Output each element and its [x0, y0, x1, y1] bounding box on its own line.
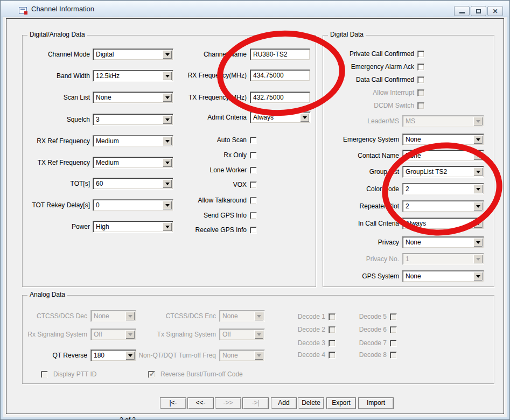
- chevron-down-icon[interactable]: [473, 151, 483, 160]
- lone-worker-row: Lone Worker: [186, 166, 257, 174]
- decode-5-row: Decode 5: [347, 312, 397, 321]
- vox-checkbox[interactable]: [250, 181, 257, 188]
- qt-reverse-label: QT Reverse: [24, 352, 87, 359]
- chevron-down-icon[interactable]: [163, 93, 172, 102]
- maximize-button[interactable]: [471, 6, 486, 16]
- decode-6-row: Decode 6: [347, 325, 397, 334]
- decode-6-checkbox: [390, 326, 397, 333]
- rx-only-label: Rx Only: [186, 151, 247, 159]
- tx-ref-frequency-field: TX Ref FrequencyMedium: [24, 157, 173, 169]
- chevron-down-icon[interactable]: [473, 185, 483, 193]
- reverse-burst-label: Reverse Burst/Turn-off Code: [160, 370, 243, 378]
- group-title: Analog Data: [27, 291, 67, 298]
- lone-worker-label: Lone Worker: [186, 166, 247, 174]
- scan-list-combo[interactable]: None: [93, 92, 173, 103]
- chevron-down-icon[interactable]: [473, 272, 483, 281]
- privacy-combo[interactable]: None: [402, 236, 484, 248]
- dcdm-switch-label: DCDM Switch: [324, 102, 414, 109]
- chevron-down-icon[interactable]: [473, 167, 483, 176]
- admit-criteria-combo[interactable]: Always: [250, 111, 311, 123]
- data-call-confirmed-row: Data Call Confirmed: [324, 75, 424, 84]
- send-gps-info-checkbox[interactable]: [250, 212, 257, 219]
- private-call-confirmed-checkbox[interactable]: [417, 51, 424, 58]
- squelch-combo[interactable]: 3: [93, 114, 173, 125]
- close-button[interactable]: ✕: [487, 6, 503, 16]
- emergency-alarm-ack-checkbox[interactable]: [417, 64, 424, 71]
- decode-4-checkbox: [329, 352, 336, 359]
- delete-button[interactable]: Delete: [298, 397, 324, 409]
- decode-5-checkbox: [390, 313, 397, 320]
- auto-scan-checkbox[interactable]: [250, 137, 257, 144]
- color-code-combo[interactable]: 2: [402, 183, 484, 195]
- contact-name-combo[interactable]: None: [402, 150, 484, 162]
- add-button[interactable]: Add: [271, 397, 297, 409]
- chevron-down-icon: [254, 351, 263, 360]
- minimize-button[interactable]: [454, 6, 470, 16]
- allow-interrupt-label: Allow Interrupt: [324, 89, 414, 96]
- chevron-down-icon[interactable]: [473, 219, 483, 228]
- data-call-confirmed-checkbox[interactable]: [417, 76, 424, 83]
- ctcss-dcs-dec-label: CTCSS/DCS Dec: [24, 312, 87, 320]
- gps-system-combo[interactable]: None: [402, 270, 484, 282]
- rx-only-checkbox[interactable]: [250, 152, 257, 159]
- title-bar: Channel Information ✕: [1, 1, 509, 17]
- chevron-down-icon[interactable]: [300, 113, 309, 122]
- power-combo[interactable]: High: [93, 221, 173, 233]
- tot-rekey-delay-combo[interactable]: 0: [93, 199, 173, 211]
- contact-name-label: Contact Name: [323, 152, 399, 159]
- privacy-no-label: Privacy No.: [323, 255, 399, 263]
- channel-mode-combo[interactable]: Digital: [93, 48, 173, 60]
- chevron-down-icon[interactable]: [163, 179, 172, 188]
- band-width-field: Band Width12.5kHz: [24, 70, 173, 82]
- chevron-down-icon[interactable]: [473, 202, 483, 211]
- lone-worker-checkbox[interactable]: [250, 167, 257, 174]
- close-icon: ✕: [492, 8, 498, 15]
- display-ptt-id-label: Display PTT ID: [53, 370, 96, 378]
- qt-reverse-combo[interactable]: 180: [90, 349, 136, 361]
- allow-interrupt-row: Allow Interrupt: [324, 88, 424, 97]
- decode-3-checkbox: [329, 340, 336, 347]
- rx-frequency-label: RX Frequency(MHz): [186, 72, 247, 79]
- band-width-combo[interactable]: 12.5kHz: [93, 70, 173, 82]
- in-call-criteria-combo[interactable]: Always: [402, 218, 484, 229]
- tot-combo[interactable]: 60: [93, 178, 173, 190]
- chevron-down-icon[interactable]: [163, 115, 172, 124]
- repeater-slot-combo[interactable]: 2: [402, 200, 484, 212]
- import-button[interactable]: Import: [358, 397, 394, 409]
- rx-frequency-input[interactable]: 434.75000: [250, 69, 310, 81]
- chevron-down-icon[interactable]: [163, 137, 172, 145]
- private-call-confirmed-row: Private Call Confirmed: [324, 50, 424, 58]
- privacy-no-field: Privacy No.1: [323, 253, 484, 265]
- group-list-combo[interactable]: GroupList TS2: [402, 166, 484, 178]
- maximize-icon: [476, 9, 481, 13]
- rx-ref-frequency-combo[interactable]: Medium: [93, 135, 173, 147]
- chevron-down-icon: [125, 312, 135, 320]
- allow-talkaround-label: Allow Talkaround: [186, 197, 247, 204]
- chevron-down-icon[interactable]: [163, 50, 172, 59]
- channel-name-input[interactable]: RU380-TS2: [250, 48, 310, 60]
- tx-signaling-system-label: Tx Signaling System: [136, 331, 216, 338]
- chevron-down-icon[interactable]: [163, 158, 172, 167]
- chevron-down-icon[interactable]: [163, 222, 172, 231]
- chevron-down-icon[interactable]: [163, 201, 172, 209]
- vox-label: VOX: [186, 181, 247, 188]
- receive-gps-info-label: Receive GPS Info: [186, 226, 247, 234]
- tx-frequency-input[interactable]: 432.75000: [250, 92, 310, 103]
- tx-frequency-field: TX Frequency(MHz)432.75000: [186, 92, 310, 103]
- chevron-down-icon[interactable]: [163, 72, 172, 80]
- private-call-confirmed-label: Private Call Confirmed: [324, 50, 414, 58]
- window-title: Channel Information: [31, 5, 94, 13]
- previous-record-button[interactable]: <<-: [187, 397, 214, 409]
- tx-ref-frequency-combo[interactable]: Medium: [93, 157, 173, 169]
- first-record-button[interactable]: |<-: [160, 397, 186, 409]
- chevron-down-icon[interactable]: [473, 238, 483, 247]
- receive-gps-info-checkbox[interactable]: [250, 227, 257, 234]
- allow-talkaround-checkbox[interactable]: [250, 197, 257, 204]
- export-button[interactable]: Export: [326, 397, 356, 409]
- emergency-system-combo[interactable]: None: [402, 134, 484, 145]
- chevron-down-icon[interactable]: [125, 351, 135, 360]
- next-record-button: ->>: [215, 397, 241, 409]
- ctcss-dcs-dec-combo: None: [90, 310, 136, 322]
- display-ptt-id-row: Display PTT ID: [41, 370, 96, 379]
- chevron-down-icon[interactable]: [473, 135, 483, 144]
